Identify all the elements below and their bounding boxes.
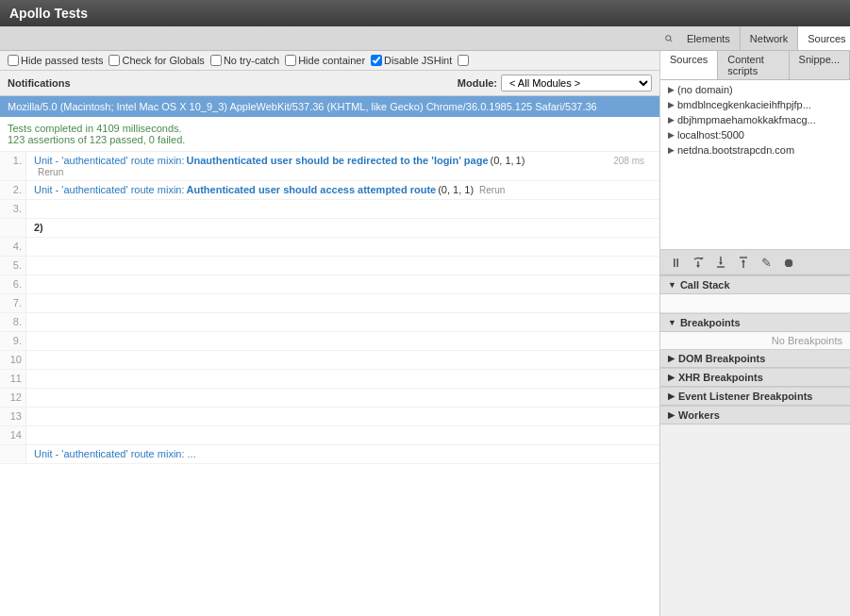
step-into-button[interactable]	[711, 253, 730, 272]
test-suffix-2: (0, 1, 1)	[438, 184, 474, 195]
file-tree[interactable]: ▶ (no domain) ▶ bmdblncegkenkacieihfhpjf…	[660, 80, 850, 250]
event-listener-label: Event Listener Breakpoints	[678, 391, 812, 402]
tree-label-no-domain: (no domain)	[677, 84, 733, 95]
breakpoints-arrow: ▼	[668, 318, 676, 327]
deactivate-button[interactable]: ✎	[757, 253, 775, 272]
test-suffix-1b: 1)	[516, 155, 525, 166]
test-text-5	[26, 257, 659, 275]
workers-arrow: ▶	[668, 410, 675, 420]
line-num-9: 9.	[0, 332, 26, 350]
workers-header[interactable]: ▶ Workers	[660, 406, 850, 425]
browser-info: Mozilla/5.0 (Macintosh; Intel Mac OS X 1…	[0, 96, 659, 117]
right-panel: Sources Content scripts Snippe... ▶ (no …	[660, 51, 850, 616]
line-num-13: 13	[0, 408, 26, 425]
callstack-content	[660, 294, 850, 313]
test-content[interactable]: Tests completed in 4109 milliseconds. 12…	[0, 117, 659, 616]
tab-snippets[interactable]: Snippe...	[790, 51, 850, 79]
test-item-3: 3.	[0, 200, 659, 219]
extra-checkbox[interactable]	[458, 55, 469, 66]
tree-arrow-no-domain: ▶	[668, 85, 675, 94]
tab-network[interactable]: Network	[741, 26, 798, 50]
step-over-button[interactable]	[689, 253, 708, 272]
hide-passed-text: Hide passed tests	[21, 55, 103, 66]
disable-jshint-checkbox[interactable]	[371, 55, 382, 66]
xhr-breakpoints-header[interactable]: ▶ XHR Breakpoints	[660, 368, 850, 387]
svg-marker-9	[742, 259, 745, 262]
line-num-15	[0, 445, 26, 463]
test-item-15: Unit - 'authenticated' route mixin: ...	[0, 445, 659, 464]
hide-container-label[interactable]: Hide container	[285, 55, 365, 66]
no-try-catch-text: No try-catch	[224, 55, 279, 66]
test-text-14	[26, 426, 659, 444]
debug-toolbar: ⏸	[660, 250, 850, 275]
test-status: Tests completed in 4109 milliseconds. 12…	[0, 117, 659, 152]
devtools-tab-bar: Elements Network Sources	[0, 26, 850, 51]
line-num-1: 1.	[0, 152, 26, 180]
tree-item-netdna[interactable]: ▶ netdna.bootstrapcdn.com	[660, 142, 850, 158]
line-num-4: 4.	[0, 238, 26, 256]
rerun-link-2[interactable]: Rerun	[479, 185, 505, 195]
svg-marker-4	[696, 265, 700, 268]
test-text-15: Unit - 'authenticated' route mixin: ...	[26, 445, 659, 463]
test-item-1: 1. Unit - 'authenticated' route mixin: U…	[0, 152, 659, 181]
event-listener-header[interactable]: ▶ Event Listener Breakpoints	[660, 387, 850, 406]
test-text-12	[26, 389, 659, 407]
extra-checkbox-label[interactable]	[458, 55, 469, 66]
right-sections[interactable]: ▼ Call Stack ▼ Breakpoints No Breakpoint…	[660, 275, 850, 616]
no-try-catch-label[interactable]: No try-catch	[210, 55, 279, 66]
tab-elements[interactable]: Elements	[677, 26, 741, 50]
test-text-3	[26, 200, 659, 218]
test-item-11: 11	[0, 370, 659, 389]
callstack-header[interactable]: ▼ Call Stack	[660, 275, 850, 294]
test-item-6: 6.	[0, 275, 659, 294]
callstack-arrow: ▼	[668, 280, 676, 290]
tree-item-localhost[interactable]: ▶ localhost:5000	[660, 127, 850, 142]
app-title: Apollo Tests	[9, 6, 88, 21]
module-label: Module:	[458, 77, 497, 89]
test-text-4	[26, 238, 659, 256]
check-globals-label[interactable]: Check for Globals	[108, 55, 204, 66]
test-text-2: Unit - 'authenticated' route mixin: Auth…	[26, 181, 659, 199]
dom-breakpoints-arrow: ▶	[668, 354, 675, 363]
search-icon[interactable]	[660, 26, 677, 50]
test-text-1: Unit - 'authenticated' route mixin: Unau…	[26, 152, 659, 180]
line-num-8: 8.	[0, 313, 26, 331]
no-try-catch-checkbox[interactable]	[210, 55, 222, 66]
breakpoints-header[interactable]: ▼ Breakpoints	[660, 313, 850, 332]
test-prefix-1: Unit - 'authenticated' route mixin:	[34, 155, 185, 166]
tree-item-no-domain[interactable]: ▶ (no domain)	[660, 82, 850, 97]
disable-jshint-label[interactable]: Disable JSHint	[371, 55, 452, 66]
tab-sources-files[interactable]: Sources	[660, 51, 718, 79]
dom-breakpoints-label: DOM Breakpoints	[678, 353, 765, 364]
step-out-button[interactable]	[734, 253, 753, 272]
line-num-3b	[0, 219, 26, 237]
rerun-link-1[interactable]: Rerun	[38, 167, 63, 177]
test-prefix-2: Unit - 'authenticated' route mixin:	[34, 184, 185, 195]
status-line1: Tests completed in 4109 milliseconds.	[8, 123, 652, 134]
test-time-1: 208 ms	[613, 156, 652, 166]
line-num-10: 10	[0, 351, 26, 369]
line-num-5: 5.	[0, 257, 26, 275]
module-select[interactable]: < All Modules >	[501, 75, 652, 92]
xhr-breakpoints-arrow: ▶	[668, 373, 675, 382]
tab-sources[interactable]: Sources	[798, 26, 850, 50]
check-globals-text: Check for Globals	[122, 55, 204, 66]
test-text-6	[26, 275, 659, 293]
tree-item-dbjhm[interactable]: ▶ dbjhmpmaehamokkakfmacg...	[660, 112, 850, 127]
tree-label-dbjhm: dbjhmpmaehamokkakfmacg...	[677, 114, 816, 125]
hide-container-text: Hide container	[298, 55, 365, 66]
line-num-11: 11	[0, 370, 26, 388]
hide-container-checkbox[interactable]	[285, 55, 296, 66]
hide-passed-checkbox[interactable]	[8, 55, 19, 66]
no-breakpoints-text: No Breakpoints	[660, 332, 850, 349]
pause-button[interactable]: ⏸	[666, 253, 685, 272]
callstack-label: Call Stack	[680, 279, 730, 291]
dom-breakpoints-header[interactable]: ▶ DOM Breakpoints	[660, 349, 850, 368]
tree-arrow-netdna: ▶	[668, 145, 675, 155]
pause-exceptions-button[interactable]: ⏺	[779, 253, 798, 272]
hide-passed-label[interactable]: Hide passed tests	[8, 55, 103, 66]
tab-content-scripts[interactable]: Content scripts	[718, 51, 789, 79]
tree-item-bmdbl[interactable]: ▶ bmdblncegkenkacieihfhpjfp...	[660, 97, 850, 112]
check-globals-checkbox[interactable]	[108, 55, 120, 66]
test-text-3b: 2)	[26, 219, 659, 237]
